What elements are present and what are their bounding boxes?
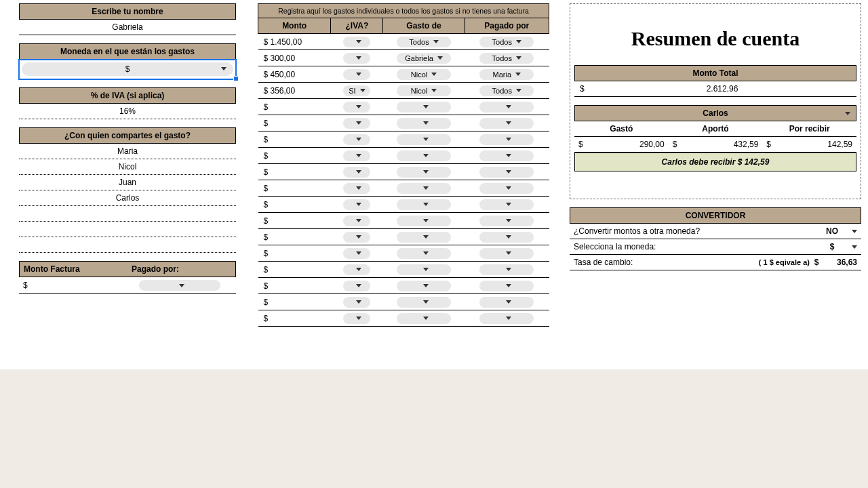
person-row[interactable]: [19, 206, 236, 222]
select-cell[interactable]: [331, 50, 383, 66]
select-cell[interactable]: [465, 164, 549, 180]
expense-row[interactable]: $: [258, 229, 549, 245]
dropdown-pill[interactable]: [397, 183, 451, 194]
select-cell[interactable]: [383, 262, 465, 278]
select-cell[interactable]: [383, 115, 465, 131]
dropdown-pill[interactable]: [343, 248, 370, 259]
amount-cell[interactable]: $: [258, 213, 331, 229]
select-cell[interactable]: Gabriela: [383, 50, 465, 66]
dropdown-pill[interactable]: [343, 167, 370, 178]
select-cell[interactable]: [465, 245, 549, 262]
select-cell[interactable]: [331, 213, 383, 229]
amount-cell[interactable]: $: [258, 148, 331, 164]
currency-pill[interactable]: $: [22, 62, 233, 76]
dropdown-pill[interactable]: [343, 118, 370, 129]
amount-cell[interactable]: $: [258, 245, 331, 262]
dropdown-pill[interactable]: [397, 297, 451, 308]
name-input[interactable]: Gabriela: [19, 20, 236, 35]
dropdown-pill[interactable]: [479, 199, 534, 210]
select-cell[interactable]: [465, 278, 549, 294]
select-cell[interactable]: [383, 310, 465, 327]
expense-row[interactable]: $: [258, 213, 549, 229]
expense-row[interactable]: $: [258, 245, 549, 262]
amount-cell[interactable]: $: [258, 99, 331, 115]
person-row[interactable]: Nicol: [19, 159, 236, 175]
amount-cell[interactable]: $ 1.450,00: [258, 34, 331, 50]
dropdown-pill[interactable]: [479, 297, 534, 308]
person-select[interactable]: Carlos: [574, 105, 856, 121]
person-row[interactable]: Carlos: [19, 190, 236, 206]
dropdown-pill[interactable]: [479, 264, 534, 275]
select-cell[interactable]: [331, 262, 383, 278]
select-cell[interactable]: [465, 99, 549, 115]
select-cell[interactable]: [383, 164, 465, 180]
amount-cell[interactable]: $: [258, 278, 331, 294]
dropdown-pill[interactable]: [343, 264, 370, 275]
select-cell[interactable]: [331, 197, 383, 213]
dropdown-pill[interactable]: [397, 167, 451, 178]
currency-select-cell[interactable]: $: [19, 60, 236, 79]
select-cell[interactable]: SI: [331, 83, 383, 99]
dropdown-pill[interactable]: [343, 134, 370, 145]
dropdown-pill[interactable]: [479, 118, 534, 129]
amount-cell[interactable]: $ 450,00: [258, 66, 331, 83]
amount-cell[interactable]: $: [258, 294, 331, 310]
select-cell[interactable]: [331, 164, 383, 180]
expense-row[interactable]: $: [258, 197, 549, 213]
expense-row[interactable]: $: [258, 294, 549, 310]
expense-row[interactable]: $: [258, 164, 549, 180]
dropdown-pill[interactable]: Maria: [479, 69, 534, 80]
select-cell[interactable]: [331, 148, 383, 164]
expense-row[interactable]: $ 356,00SINicolTodos: [258, 83, 549, 99]
dropdown-pill[interactable]: [343, 53, 370, 64]
amount-cell[interactable]: $: [258, 131, 331, 148]
invoice-row[interactable]: $: [19, 277, 236, 294]
select-cell[interactable]: Todos: [465, 83, 549, 99]
select-cell[interactable]: [465, 180, 549, 197]
dropdown-pill[interactable]: Todos: [479, 53, 534, 64]
select-cell[interactable]: [383, 278, 465, 294]
select-cell[interactable]: Todos: [465, 34, 549, 50]
converter-q1[interactable]: ¿Convertir montos a otra moneda? NO: [570, 224, 861, 239]
dropdown-pill[interactable]: [397, 232, 451, 243]
select-cell[interactable]: [331, 310, 383, 327]
dropdown-pill[interactable]: [397, 248, 451, 259]
dropdown-pill[interactable]: [479, 313, 534, 324]
expense-row[interactable]: $: [258, 115, 549, 131]
invoice-amount-cell[interactable]: $: [23, 281, 127, 290]
select-cell[interactable]: Nicol: [383, 66, 465, 83]
amount-cell[interactable]: $: [258, 164, 331, 180]
select-cell[interactable]: [383, 180, 465, 197]
amount-cell[interactable]: $: [258, 310, 331, 327]
dropdown-pill[interactable]: [343, 183, 370, 194]
expense-row[interactable]: $: [258, 131, 549, 148]
select-cell[interactable]: [331, 34, 383, 50]
select-cell[interactable]: Todos: [465, 50, 549, 66]
dropdown-pill[interactable]: [479, 232, 534, 243]
converter-a1[interactable]: NO: [815, 226, 849, 236]
dropdown-pill[interactable]: [479, 102, 534, 113]
dropdown-pill[interactable]: [343, 199, 370, 210]
dropdown-pill[interactable]: Todos: [479, 37, 534, 47]
select-cell[interactable]: [383, 294, 465, 310]
amount-cell[interactable]: $ 356,00: [258, 83, 331, 99]
amount-cell[interactable]: $: [258, 229, 331, 245]
expense-row[interactable]: $: [258, 310, 549, 327]
select-cell[interactable]: [383, 99, 465, 115]
select-cell[interactable]: [465, 294, 549, 310]
amount-cell[interactable]: $: [258, 115, 331, 131]
expense-row[interactable]: $: [258, 180, 549, 197]
dropdown-pill[interactable]: [343, 313, 370, 324]
amount-cell[interactable]: $ 300,00: [258, 50, 331, 66]
select-cell[interactable]: [465, 131, 549, 148]
dropdown-pill[interactable]: Gabriela: [397, 53, 451, 64]
select-cell[interactable]: [331, 180, 383, 197]
select-cell[interactable]: [331, 229, 383, 245]
select-cell[interactable]: [383, 213, 465, 229]
converter-rate[interactable]: 36,63: [823, 258, 857, 267]
amount-cell[interactable]: $: [258, 197, 331, 213]
select-cell[interactable]: [331, 245, 383, 262]
dropdown-pill[interactable]: [343, 216, 370, 226]
select-cell[interactable]: [383, 229, 465, 245]
select-cell[interactable]: Nicol: [383, 83, 465, 99]
